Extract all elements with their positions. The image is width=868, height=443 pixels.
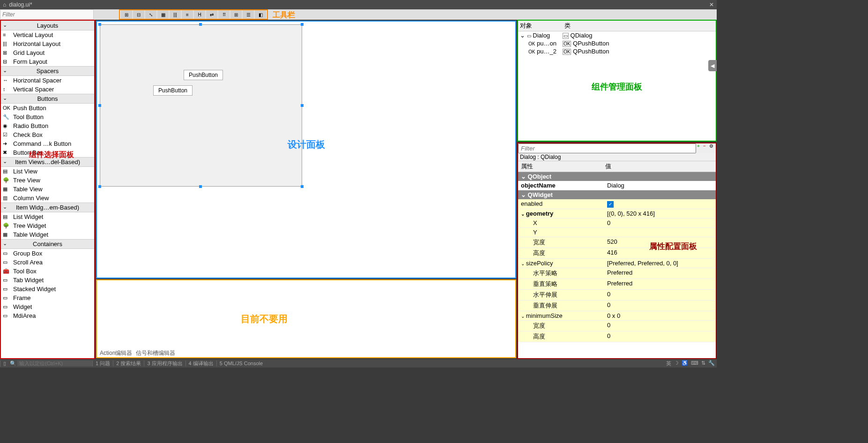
- keyboard-icon[interactable]: ⌨: [691, 360, 698, 367]
- tool-vsplit[interactable]: ⇄: [206, 10, 217, 19]
- resize-handle[interactable]: [199, 23, 202, 26]
- widgetbox-item[interactable]: ⊟Form Layout: [1, 57, 94, 66]
- tool-grid2[interactable]: ⊞: [230, 10, 242, 19]
- resize-handle[interactable]: [98, 185, 101, 188]
- widgetbox-category[interactable]: Spacers: [1, 66, 94, 76]
- resize-handle[interactable]: [301, 23, 304, 26]
- tool-rows[interactable]: ≡: [182, 10, 193, 19]
- widget-box-panel[interactable]: 组件选择面板 Layouts≡Vertical Layout|||Horizon…: [0, 20, 95, 359]
- checkbox-icon[interactable]: ✓: [607, 201, 614, 208]
- widgetbox-item[interactable]: ▭MdiArea: [1, 311, 94, 320]
- object-inspector-panel[interactable]: 对象 类 ⌄ ▭ Dialog▭ QDialog OK pu…onOK QPus…: [517, 20, 717, 142]
- obj-header-class[interactable]: 类: [563, 21, 716, 31]
- status-tab[interactable]: 3 应用程序输出: [144, 360, 185, 366]
- resize-handle[interactable]: [301, 185, 304, 188]
- widgetbox-filter[interactable]: [0, 9, 94, 20]
- property-filter[interactable]: [518, 143, 696, 153]
- widgetbox-item[interactable]: 🌳Tree Widget: [1, 221, 94, 230]
- widgetbox-item[interactable]: ➜Command …k Button: [1, 139, 94, 148]
- widgetbox-item[interactable]: ↕Vertical Spacer: [1, 85, 94, 94]
- widgetbox-item[interactable]: 🌳Tree View: [1, 176, 94, 185]
- widgetbox-item[interactable]: |||Horizontal Layout: [1, 39, 94, 48]
- property-row[interactable]: 垂直策略Preferred: [518, 279, 716, 290]
- widgetbox-item[interactable]: ▤List Widget: [1, 212, 94, 221]
- wrench-icon[interactable]: 🔧: [708, 360, 715, 367]
- property-row[interactable]: enabled✓: [518, 199, 716, 209]
- object-row[interactable]: OK pu…onOK QPushButton: [518, 39, 716, 47]
- close-icon[interactable]: ✕: [709, 1, 714, 8]
- widgetbox-item[interactable]: ▭Tab Widget: [1, 276, 94, 285]
- tool-grid[interactable]: ⠿: [218, 10, 230, 19]
- pushbutton-2[interactable]: PushButton: [153, 85, 193, 96]
- object-row[interactable]: OK pu…_2OK QPushButton: [518, 47, 716, 55]
- form-canvas[interactable]: PushButton PushButton: [100, 24, 302, 187]
- tool-layout-v[interactable]: ⊟: [133, 10, 144, 19]
- prop-header-value[interactable]: 值: [605, 162, 611, 171]
- widgetbox-item[interactable]: ▭Stacked Widget: [1, 285, 94, 293]
- resize-handle[interactable]: [98, 104, 101, 107]
- tool-break[interactable]: ⤡: [145, 10, 156, 19]
- widgetbox-category[interactable]: Containers: [1, 239, 94, 249]
- property-row[interactable]: geometry[(0, 0), 520 x 416]: [518, 209, 716, 218]
- tab-action-editor[interactable]: Action编辑器: [100, 349, 132, 357]
- night-icon[interactable]: ☽: [674, 360, 679, 367]
- ime-indicator[interactable]: 英: [666, 360, 671, 367]
- status-tab[interactable]: 4 编译输出: [185, 360, 216, 366]
- property-row[interactable]: Y: [518, 228, 716, 237]
- tool-preview[interactable]: ◧: [255, 10, 266, 19]
- prop-header-name[interactable]: 属性: [518, 162, 605, 171]
- widgetbox-item[interactable]: ▦Table Widget: [1, 230, 94, 239]
- widgetbox-item[interactable]: ▦Table View: [1, 185, 94, 194]
- widgetbox-item[interactable]: ☑Check Box: [1, 130, 94, 139]
- resize-handle[interactable]: [98, 23, 101, 26]
- property-row[interactable]: objectNameDialog: [518, 181, 716, 190]
- property-row[interactable]: 水平策略Preferred: [518, 268, 716, 279]
- widgetbox-item[interactable]: ▭Scroll Area: [1, 258, 94, 267]
- widgetbox-item[interactable]: ▭Group Box: [1, 249, 94, 258]
- property-row[interactable]: 水平伸展0: [518, 290, 716, 300]
- widgetbox-item[interactable]: OKPush Button: [1, 104, 94, 113]
- property-row[interactable]: sizePolicy[Preferred, Preferred, 0, 0]: [518, 259, 716, 268]
- widgetbox-item[interactable]: ◉Radio Button: [1, 121, 94, 130]
- statusbar-indicator[interactable]: ▯: [0, 360, 9, 367]
- accessibility-icon[interactable]: ♿: [682, 360, 688, 367]
- widgetbox-item[interactable]: ⊞Grid Layout: [1, 48, 94, 57]
- widgetbox-category[interactable]: Buttons: [1, 94, 94, 104]
- tool-layout-h[interactable]: ⊞: [121, 10, 132, 19]
- widgetbox-item[interactable]: ↔Horizontal Spacer: [1, 76, 94, 85]
- object-row[interactable]: ⌄ ▭ Dialog▭ QDialog: [518, 31, 716, 39]
- tool-align[interactable]: ▦: [157, 10, 169, 19]
- status-tab[interactable]: 2 搜索结果: [113, 360, 144, 366]
- collapse-icon[interactable]: ◀: [708, 60, 717, 71]
- widgetbox-item[interactable]: ▤List View: [1, 167, 94, 176]
- prop-config-icon[interactable]: ⚙: [709, 143, 715, 149]
- prop-remove-icon[interactable]: −: [703, 143, 709, 149]
- widgetbox-item[interactable]: ▭Widget: [1, 302, 94, 311]
- widgetbox-item[interactable]: ▭Frame: [1, 293, 94, 302]
- widgetbox-category[interactable]: Item Widg…em-Based): [1, 203, 94, 212]
- pushbutton-1[interactable]: PushButton: [184, 70, 223, 80]
- property-row[interactable]: 宽度0: [518, 321, 716, 331]
- property-row[interactable]: minimumSize0 x 0: [518, 311, 716, 321]
- property-group[interactable]: ⌄ QObject: [518, 172, 716, 181]
- widgetbox-item[interactable]: 🔧Tool Button: [1, 113, 94, 121]
- property-editor-panel[interactable]: + − ⚙ Dialog : QDialog 属性 值 ⌄ QObjectobj…: [517, 143, 717, 359]
- property-row[interactable]: 高度0: [518, 331, 716, 342]
- tool-cols[interactable]: |||: [170, 10, 181, 19]
- resize-handle[interactable]: [301, 104, 304, 107]
- tool-hsplit[interactable]: H: [194, 10, 205, 19]
- status-tab[interactable]: 5 QML/JS Console: [216, 360, 266, 366]
- property-row[interactable]: X0: [518, 218, 716, 228]
- widgetbox-item[interactable]: 🧰Tool Box: [1, 267, 94, 276]
- prop-add-icon[interactable]: +: [697, 143, 703, 149]
- network-icon[interactable]: ⇅: [701, 360, 705, 367]
- widgetbox-item[interactable]: ≡Vertical Layout: [1, 30, 94, 39]
- obj-header-object[interactable]: 对象: [518, 21, 563, 31]
- tab-signals-editor[interactable]: 信号和槽编辑器: [136, 349, 175, 357]
- property-row[interactable]: 垂直伸展0: [518, 300, 716, 311]
- locator-input[interactable]: [17, 360, 92, 366]
- design-panel[interactable]: PushButton PushButton 设计面板: [96, 21, 516, 278]
- widgetbox-category[interactable]: Layouts: [1, 21, 94, 30]
- tool-form[interactable]: ☰: [243, 10, 254, 19]
- status-tab[interactable]: 1 问题: [92, 360, 113, 366]
